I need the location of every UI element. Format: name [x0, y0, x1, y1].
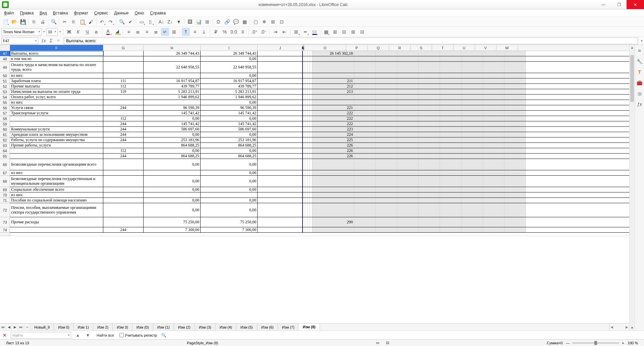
- cell[interactable]: [305, 78, 308, 83]
- cell[interactable]: [419, 159, 440, 170]
- cell[interactable]: [305, 198, 308, 203]
- cell[interactable]: [483, 176, 504, 187]
- cell[interactable]: [310, 176, 312, 187]
- cell[interactable]: [504, 137, 526, 142]
- cell[interactable]: [376, 89, 397, 94]
- cell[interactable]: [376, 73, 397, 78]
- pivot-icon[interactable]: ⊞: [203, 18, 211, 26]
- cell[interactable]: [397, 217, 419, 227]
- cell[interactable]: [397, 143, 419, 148]
- align-top-icon[interactable]: ⤒: [182, 28, 190, 36]
- cell[interactable]: [376, 95, 397, 100]
- cell[interactable]: 223: [312, 127, 354, 132]
- cell[interactable]: [303, 198, 305, 203]
- autofilter-icon[interactable]: ▼: [175, 18, 183, 26]
- cell[interactable]: 290: [312, 217, 354, 227]
- sidebar-navigator-icon[interactable]: 🧰: [636, 79, 643, 86]
- align-middle-icon[interactable]: ≡: [191, 28, 199, 36]
- row-header[interactable]: 59: [0, 121, 10, 127]
- cell[interactable]: 864 688,25: [201, 143, 258, 148]
- cell[interactable]: [303, 143, 305, 148]
- cell[interactable]: [303, 176, 305, 187]
- sheet-tab[interactable]: Изм (0): [132, 324, 153, 331]
- cell[interactable]: [440, 159, 462, 170]
- menu-формат[interactable]: Формат: [71, 10, 91, 16]
- clone-format-icon[interactable]: 🖌: [87, 18, 95, 26]
- cell[interactable]: [462, 143, 483, 148]
- cell[interactable]: [258, 203, 303, 217]
- cell[interactable]: [483, 192, 504, 197]
- increase-indent-icon[interactable]: ⇥: [271, 28, 279, 36]
- cell[interactable]: [308, 170, 310, 175]
- cell[interactable]: [303, 170, 305, 175]
- cell[interactable]: [419, 187, 440, 192]
- cell[interactable]: 0,00: [201, 187, 258, 192]
- cell[interactable]: [376, 227, 397, 232]
- cell[interactable]: [462, 89, 483, 94]
- cell[interactable]: 0,00: [201, 170, 258, 175]
- col-header-U[interactable]: U: [453, 45, 475, 51]
- cell[interactable]: [310, 116, 312, 121]
- col-header-P[interactable]: P: [346, 45, 368, 51]
- cell[interactable]: [258, 95, 303, 100]
- cell[interactable]: 0,00: [144, 159, 201, 170]
- cell[interactable]: [419, 203, 440, 217]
- headers-footers-icon[interactable]: ▦: [240, 18, 249, 26]
- cell[interactable]: 0,00: [201, 176, 258, 187]
- cell[interactable]: [440, 111, 462, 116]
- cell[interactable]: 26 145 302,18: [312, 51, 354, 56]
- cell[interactable]: [397, 203, 419, 217]
- cell[interactable]: 0,00: [144, 176, 201, 187]
- cell[interactable]: [376, 187, 397, 192]
- sidebar-properties-icon[interactable]: ≡: [636, 47, 643, 54]
- export-pdf-icon[interactable]: ⎘: [30, 18, 38, 26]
- hyperlink-icon[interactable]: 🔗: [223, 18, 231, 26]
- tab-next-icon[interactable]: ▶: [12, 324, 18, 331]
- minimize-button[interactable]: —: [596, 0, 611, 9]
- cell[interactable]: [312, 170, 354, 175]
- cell[interactable]: [504, 56, 526, 61]
- insert-mode-icon[interactable]: ▭: [373, 341, 383, 345]
- cell[interactable]: [310, 187, 312, 192]
- new-icon[interactable]: 📄: [1, 18, 9, 26]
- cell[interactable]: [462, 148, 483, 153]
- cell[interactable]: [376, 56, 397, 61]
- cell[interactable]: [258, 227, 303, 232]
- cell[interactable]: [258, 89, 303, 94]
- cell[interactable]: [440, 89, 462, 94]
- cell[interactable]: [483, 121, 504, 126]
- cell[interactable]: [376, 78, 397, 83]
- cell[interactable]: [305, 159, 308, 170]
- cell[interactable]: [504, 192, 526, 197]
- cell[interactable]: [376, 154, 397, 159]
- cell[interactable]: [308, 127, 310, 132]
- cell[interactable]: [504, 62, 526, 73]
- cell[interactable]: [376, 51, 397, 56]
- open-icon[interactable]: 📂: [10, 18, 18, 26]
- cell[interactable]: [103, 159, 144, 170]
- cell[interactable]: [440, 56, 462, 61]
- cell[interactable]: [310, 89, 312, 94]
- cell[interactable]: [462, 116, 483, 121]
- cell[interactable]: [103, 56, 144, 61]
- cell[interactable]: 112: [103, 116, 144, 121]
- cell[interactable]: [462, 105, 483, 110]
- cell[interactable]: [354, 78, 376, 83]
- cell[interactable]: [397, 56, 419, 61]
- cell[interactable]: [376, 192, 397, 197]
- sheet-tab[interactable]: Изм (1): [153, 324, 174, 331]
- cell[interactable]: [483, 73, 504, 78]
- cell[interactable]: [354, 121, 376, 126]
- cell[interactable]: [419, 198, 440, 203]
- cell[interactable]: [308, 159, 310, 170]
- row-header[interactable]: 70: [0, 192, 10, 198]
- column-icon[interactable]: ▯: [146, 18, 154, 26]
- cell[interactable]: [354, 170, 376, 175]
- cell[interactable]: [310, 111, 312, 116]
- cell[interactable]: [419, 121, 440, 126]
- cell[interactable]: [504, 203, 526, 217]
- cell[interactable]: [483, 105, 504, 110]
- cell[interactable]: [376, 159, 397, 170]
- menu-вид[interactable]: Вид: [37, 10, 50, 16]
- cell[interactable]: 145 741,42: [201, 121, 258, 126]
